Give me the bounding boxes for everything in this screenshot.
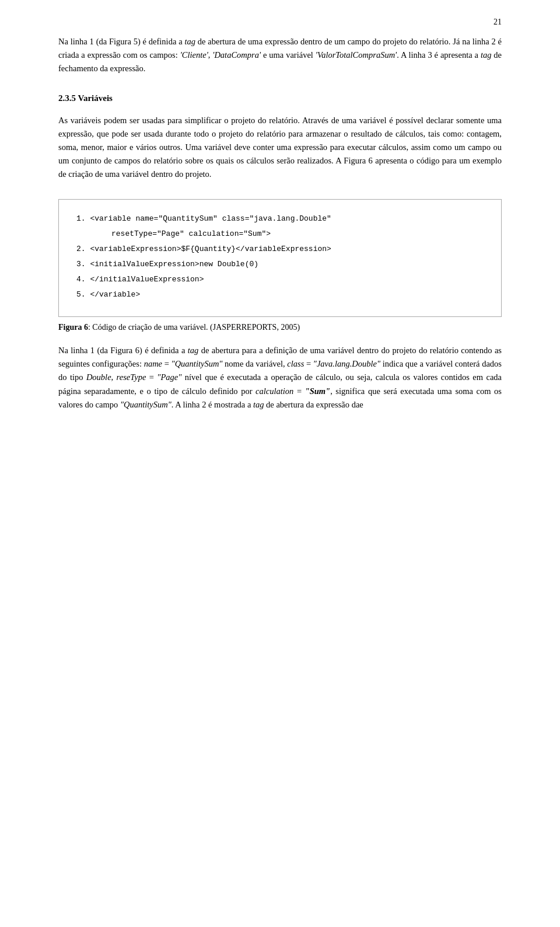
page-number: 21 bbox=[494, 18, 502, 27]
code-line-5: 5. </variable> bbox=[76, 288, 484, 301]
page: 21 Na linha 1 (da Figura 5) é definida a… bbox=[0, 0, 560, 927]
final-paragraph: Na linha 1 (da Figura 6) é definida a ta… bbox=[58, 344, 502, 412]
section-title: 2.3.5 Variáveis bbox=[58, 93, 502, 103]
code-line-4: 4. </initialValueExpression> bbox=[76, 273, 484, 286]
figure-caption: Figura 6: Código de criação de uma variá… bbox=[58, 323, 502, 332]
code-line-1: 1. <variable name="QuantitySum" class="j… bbox=[76, 212, 484, 225]
figure-label: Figura 6 bbox=[58, 323, 88, 332]
code-line-3: 3. <initialValueExpression>new Double(0) bbox=[76, 258, 484, 271]
figure-caption-text: : Código de criação de uma variável. (JA… bbox=[88, 323, 300, 332]
paragraph-1: Na linha 1 (da Figura 5) é definida a ta… bbox=[58, 35, 502, 76]
code-box: 1. <variable name="QuantitySum" class="j… bbox=[58, 199, 502, 318]
section-paragraph-1: As variáveis podem ser usadas para simpl… bbox=[58, 114, 502, 182]
code-line-1b: resetType="Page" calculation="Sum"> bbox=[76, 228, 484, 241]
code-line-2: 2. <variableExpression>$F{Quantity}</var… bbox=[76, 243, 484, 256]
